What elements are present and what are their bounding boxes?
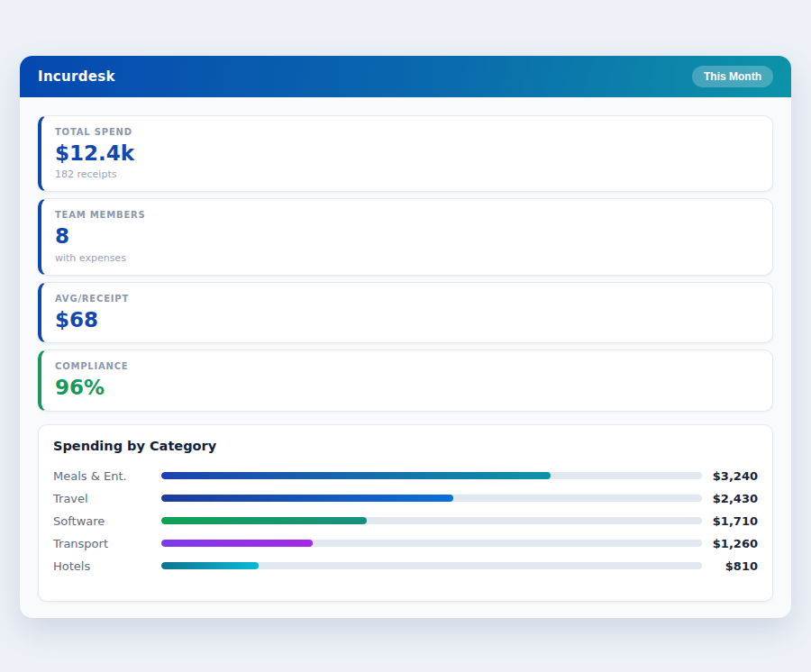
chart-category-label: Software <box>53 514 161 528</box>
spending-chart-card: Spending by Category Meals & Ent.$3,240T… <box>38 424 773 602</box>
chart-category-label: Meals & Ent. <box>53 469 161 483</box>
stat-value: $68 <box>55 308 758 331</box>
stat-label: TEAM MEMBERS <box>55 210 758 220</box>
stat-value: $12.4k <box>55 141 758 165</box>
chart-bar-fill <box>161 562 259 569</box>
stat-subtitle: with expenses <box>55 252 758 264</box>
stat-label: COMPLIANCE <box>55 361 758 371</box>
stats-list: TOTAL SPEND$12.4k182 receiptsTEAM MEMBER… <box>38 115 773 412</box>
chart-bar-fill <box>161 472 551 479</box>
chart-bar-fill <box>161 517 367 524</box>
chart-rows: Meals & Ent.$3,240Travel$2,430Software$1… <box>53 465 758 577</box>
stat-card: TOTAL SPEND$12.4k182 receipts <box>38 115 773 192</box>
stat-label: AVG/RECEIPT <box>55 294 758 304</box>
app-title: Incurdesk <box>38 68 115 85</box>
chart-category-label: Transport <box>53 537 161 550</box>
stat-value: 96% <box>55 376 758 399</box>
stat-card: AVG/RECEIPT$68 <box>38 282 773 343</box>
chart-bar-fill <box>161 495 453 502</box>
chart-row: Hotels$810 <box>53 555 758 577</box>
chart-row: Software$1,710 <box>53 510 758 532</box>
stat-subtitle: 182 receipts <box>55 168 758 180</box>
app-header: Incurdesk This Month <box>20 56 791 97</box>
chart-title: Spending by Category <box>53 439 758 453</box>
chart-value-label: $2,430 <box>702 492 758 505</box>
chart-row: Meals & Ent.$3,240 <box>53 465 758 487</box>
stat-label: TOTAL SPEND <box>55 127 758 137</box>
chart-value-label: $3,240 <box>702 469 758 483</box>
chart-bar-track <box>161 540 702 547</box>
chart-category-label: Travel <box>53 492 161 505</box>
period-badge[interactable]: This Month <box>692 66 773 87</box>
stat-value: 8 <box>55 224 758 248</box>
chart-bar-track <box>161 472 702 479</box>
chart-bar-track <box>161 517 702 524</box>
chart-bar-fill <box>161 540 313 547</box>
chart-value-label: $1,260 <box>702 537 758 550</box>
panel-body: TOTAL SPEND$12.4k182 receiptsTEAM MEMBER… <box>20 97 791 618</box>
chart-row: Transport$1,260 <box>53 532 758 555</box>
dashboard-panel: Incurdesk This Month TOTAL SPEND$12.4k18… <box>20 56 791 618</box>
stat-card: TEAM MEMBERS8with expenses <box>38 198 773 275</box>
chart-row: Travel$2,430 <box>53 487 758 510</box>
chart-category-label: Hotels <box>53 559 161 573</box>
chart-value-label: $810 <box>702 559 758 573</box>
stat-card: COMPLIANCE96% <box>38 350 773 411</box>
chart-value-label: $1,710 <box>702 514 758 528</box>
chart-bar-track <box>161 495 702 502</box>
chart-bar-track <box>161 562 702 569</box>
